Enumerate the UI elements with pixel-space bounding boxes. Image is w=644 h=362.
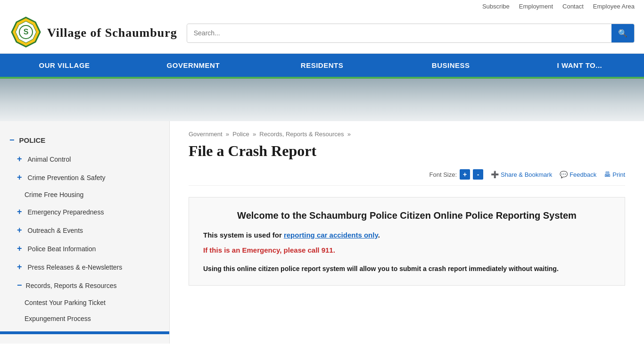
nav-business[interactable]: BUSINESS	[387, 54, 515, 77]
subscribe-link[interactable]: Subscribe	[482, 3, 510, 10]
breadcrumb: Government » Police » Records, Reports &…	[189, 131, 625, 138]
employment-link[interactable]: Employment	[519, 3, 553, 10]
sidebar-item-press-releases[interactable]: + Press Releases & e-Newsletters	[0, 258, 169, 276]
sidebar-plus-press-releases[interactable]: +	[17, 262, 22, 272]
toolbar-bar: Font Size: + - ➕ Share & Bookmark 💬 Feed…	[189, 169, 625, 186]
emergency-line: If this is an Emergency, please call 911…	[203, 245, 611, 256]
logo-area: S Village of Schaumburg	[9, 16, 177, 49]
accidents-line: This system is used for reporting car ac…	[203, 230, 611, 241]
search-bar[interactable]: 🔍	[187, 24, 635, 43]
font-increase-button[interactable]: +	[460, 169, 470, 180]
sidebar-police-label: POLICE	[19, 136, 46, 144]
sidebar-item-expungement[interactable]: Expungement Process	[0, 311, 169, 327]
header: S Village of Schaumburg 🔍	[0, 13, 644, 54]
font-decrease-button[interactable]: -	[473, 169, 483, 180]
print-button[interactable]: 🖶 Print	[604, 171, 625, 178]
sidebar-item-police-beat[interactable]: + Police Beat Information	[0, 239, 169, 258]
welcome-box: Welcome to the Schaumburg Police Citizen…	[189, 197, 625, 286]
share-bookmark-button[interactable]: ➕ Share & Bookmark	[491, 171, 552, 178]
village-logo-icon: S	[9, 16, 42, 49]
sidebar-collapse-police[interactable]: −	[9, 135, 15, 145]
sidebar: − POLICE + Animal Control + Crime Preven…	[0, 121, 170, 344]
search-input[interactable]	[187, 25, 611, 41]
content-body: Welcome to the Schaumburg Police Citizen…	[189, 197, 625, 286]
feedback-icon: 💬	[560, 171, 568, 178]
font-size-controls: Font Size: + -	[429, 169, 484, 180]
feedback-button[interactable]: 💬 Feedback	[560, 171, 596, 178]
nav-our-village[interactable]: OUR VILLAGE	[0, 54, 129, 77]
employee-area-link[interactable]: Employee Area	[593, 3, 635, 10]
nav-i-want-to[interactable]: I WANT TO...	[515, 54, 644, 77]
sidebar-item-crime-free-housing[interactable]: Crime Free Housing	[0, 187, 169, 203]
content-wrapper: − POLICE + Animal Control + Crime Preven…	[0, 121, 644, 344]
sidebar-item-emergency-preparedness[interactable]: + Emergency Preparedness	[0, 203, 169, 221]
sidebar-item-animal-control[interactable]: + Animal Control	[0, 150, 169, 168]
breadcrumb-records[interactable]: Records, Reports & Resources	[259, 131, 344, 138]
nav-government[interactable]: GOVERNMENT	[129, 54, 257, 79]
print-icon: 🖶	[604, 171, 611, 178]
hero-banner	[0, 79, 644, 121]
sidebar-minus-records[interactable]: −	[17, 280, 22, 290]
sidebar-section-police: − POLICE	[0, 131, 169, 150]
sidebar-plus-outreach[interactable]: +	[17, 225, 22, 235]
main-content: Government » Police » Records, Reports &…	[170, 121, 644, 344]
top-bar: Subscribe Employment Contact Employee Ar…	[0, 0, 644, 13]
breadcrumb-government[interactable]: Government	[189, 131, 223, 138]
using-text: Using this online citizen police report …	[203, 263, 611, 274]
search-button[interactable]: 🔍	[611, 24, 634, 42]
contact-link[interactable]: Contact	[562, 3, 584, 10]
sidebar-item-records-reports[interactable]: − Records, Reports & Resources	[0, 276, 169, 295]
sidebar-plus-crime-prevention[interactable]: +	[17, 173, 22, 182]
font-size-label: Font Size:	[429, 171, 457, 178]
main-nav: OUR VILLAGE GOVERNMENT RESIDENTS BUSINES…	[0, 54, 644, 79]
breadcrumb-police[interactable]: Police	[232, 131, 249, 138]
sidebar-plus-animal-control[interactable]: +	[17, 154, 22, 164]
sidebar-item-contest-parking[interactable]: Contest Your Parking Ticket	[0, 295, 169, 311]
sidebar-item-outreach-events[interactable]: + Outreach & Events	[0, 221, 169, 239]
svg-text:S: S	[24, 28, 29, 36]
sidebar-plus-police-beat[interactable]: +	[17, 244, 22, 254]
sidebar-plus-emergency[interactable]: +	[17, 207, 22, 217]
sidebar-item-crime-prevention[interactable]: + Crime Prevention & Safety	[0, 168, 169, 187]
sidebar-active-indicator	[0, 331, 169, 334]
share-icon: ➕	[491, 171, 499, 178]
welcome-title: Welcome to the Schaumburg Police Citizen…	[203, 209, 611, 222]
accidents-link[interactable]: reporting car accidents only	[284, 231, 378, 239]
nav-residents[interactable]: RESIDENTS	[257, 54, 386, 77]
page-title: File a Crash Report	[189, 142, 625, 160]
logo-text: Village of Schaumburg	[47, 26, 177, 40]
